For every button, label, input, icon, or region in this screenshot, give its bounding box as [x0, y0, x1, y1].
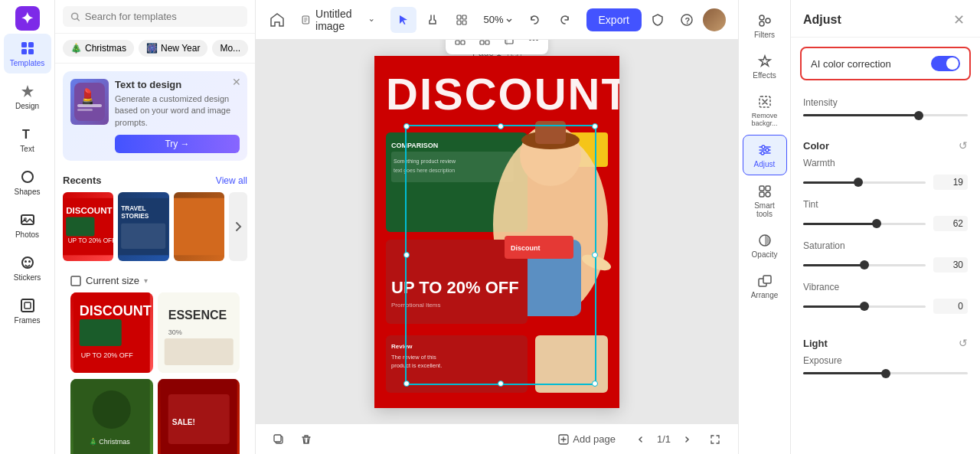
arrange-tool[interactable]: Arrange: [743, 266, 787, 305]
search-input[interactable]: [85, 11, 240, 22]
search-input-wrapper[interactable]: [63, 6, 247, 27]
exposure-slider-row: [803, 372, 968, 374]
sidebar-item-design-label: Design: [15, 102, 39, 110]
ai-correction-label: AI color correction: [811, 58, 891, 70]
intensity-section: Intensity: [791, 90, 980, 133]
grid-view-button[interactable]: [449, 7, 475, 33]
sidebar-item-text[interactable]: T Text: [4, 119, 51, 159]
prev-page-button[interactable]: [629, 429, 651, 450]
sidebar-item-stickers[interactable]: Stickers: [4, 248, 51, 288]
template-thumb-arrow[interactable]: [229, 192, 247, 261]
template-thumb-3[interactable]: [174, 192, 224, 261]
svg-text:Something product review: Something product review: [394, 158, 456, 165]
svg-text:TRAVEL: TRAVEL: [121, 204, 146, 212]
vibrance-track[interactable]: [803, 305, 926, 308]
delete-button[interactable]: [296, 429, 317, 450]
ft-crop-button[interactable]: [498, 40, 521, 51]
export-button[interactable]: Export: [586, 8, 642, 31]
template-thumb-1[interactable]: DISCOUNT UP TO 20% OFF: [63, 192, 113, 261]
sidebar-item-templates[interactable]: Templates: [4, 34, 51, 73]
category-christmas[interactable]: 🎄 Christmas: [63, 40, 134, 57]
home-button[interactable]: [268, 8, 286, 32]
sidebar-item-shapes[interactable]: Shapes: [4, 162, 51, 202]
opacity-label: Opacity: [752, 250, 778, 259]
filters-label: Filters: [754, 31, 775, 39]
category-more[interactable]: Mo...: [212, 40, 248, 57]
ai-correction-toggle[interactable]: [931, 56, 960, 71]
svg-rect-35: [164, 338, 233, 365]
floating-toolbar: •••: [446, 40, 548, 54]
svg-text:DISCOUNT: DISCOUNT: [386, 69, 619, 119]
effects-tool[interactable]: Effects: [743, 47, 787, 86]
ft-more-button[interactable]: •••: [522, 40, 545, 51]
color-reset-button[interactable]: ↺: [959, 139, 968, 152]
top-header: Untitled image: [256, 0, 738, 40]
saturation-track[interactable]: [803, 264, 926, 266]
effects-icon: [756, 53, 773, 70]
intensity-track[interactable]: [803, 114, 968, 116]
remove-bg-label: Remove backgr...: [747, 112, 782, 127]
svg-rect-25: [121, 224, 165, 249]
add-page-button[interactable]: Add page: [550, 430, 623, 448]
template-card-1[interactable]: DISCOUNT UP TO 20% OFF: [70, 292, 153, 373]
light-reset-button[interactable]: ↺: [959, 337, 968, 349]
help-button[interactable]: ?: [674, 7, 700, 33]
adjust-tool[interactable]: Adjust: [743, 135, 787, 175]
zoom-control[interactable]: 50%: [478, 11, 519, 28]
intensity-label: Intensity: [803, 97, 968, 108]
svg-rect-46: [462, 21, 466, 24]
canvas-area[interactable]: Page 1: [256, 40, 738, 423]
template-card-2[interactable]: ESSENCE 30%: [158, 292, 240, 373]
copy-button[interactable]: [268, 429, 289, 450]
banner-image: 💄: [70, 79, 109, 125]
svg-rect-85: [274, 435, 281, 442]
svg-rect-16: [77, 104, 102, 107]
cursor-tool-button[interactable]: [390, 7, 416, 33]
category-new-year[interactable]: 🎆 New Year: [139, 40, 207, 57]
sidebar-item-design[interactable]: Design: [4, 77, 51, 116]
svg-rect-54: [480, 41, 484, 44]
shield-button[interactable]: [645, 7, 671, 33]
sidebar-item-templates-label: Templates: [10, 59, 45, 67]
stickers-icon: [19, 254, 36, 271]
app-logo[interactable]: ✦: [15, 6, 40, 31]
ft-layout-button[interactable]: [473, 40, 496, 51]
panel-close-button[interactable]: ✕: [949, 11, 968, 29]
banner-close-button[interactable]: ✕: [232, 76, 241, 88]
svg-rect-12: [24, 302, 31, 309]
view-all-link[interactable]: View all: [216, 175, 247, 186]
svg-point-5: [22, 171, 33, 182]
try-button[interactable]: Try →: [115, 135, 240, 153]
exposure-track[interactable]: [803, 372, 968, 374]
ft-grid-button[interactable]: [449, 40, 472, 51]
undo-button[interactable]: [522, 7, 548, 33]
expand-button[interactable]: [704, 429, 726, 450]
sidebar-item-photos[interactable]: Photos: [4, 205, 51, 245]
template-card-4[interactable]: SALE!: [158, 379, 240, 454]
tint-slider-row: 62: [803, 216, 968, 231]
remove-bg-tool[interactable]: Remove backgr...: [743, 87, 787, 133]
hand-tool-button[interactable]: [420, 7, 446, 33]
recents-section: Recents View all DISCOUNT UP TO 20% OFF …: [55, 168, 255, 454]
warmth-value: 19: [933, 175, 968, 190]
warmth-track[interactable]: [803, 181, 926, 184]
svg-rect-0: [21, 42, 27, 47]
sidebar-item-photos-label: Photos: [15, 230, 39, 239]
template-thumb-2[interactable]: TRAVEL STORIES: [118, 192, 168, 261]
svg-rect-83: [535, 335, 608, 393]
svg-rect-100: [763, 276, 771, 283]
smart-tools-tool[interactable]: Smart tools: [743, 177, 787, 224]
opacity-tool[interactable]: Opacity: [743, 226, 787, 265]
intensity-slider-row: [803, 114, 968, 116]
file-info[interactable]: Untitled image: [295, 5, 381, 35]
user-avatar[interactable]: [703, 8, 726, 31]
current-size-row[interactable]: Current size ▾: [63, 269, 247, 292]
next-page-button[interactable]: [677, 429, 698, 450]
redo-button[interactable]: [551, 7, 577, 33]
search-icon: [70, 11, 80, 22]
sidebar-item-frames[interactable]: Frames: [4, 291, 51, 331]
svg-point-92: [766, 149, 769, 152]
tint-track[interactable]: [803, 223, 926, 225]
template-card-3[interactable]: 🎄 Christmas: [70, 379, 153, 454]
filters-tool[interactable]: Filters: [743, 6, 787, 45]
